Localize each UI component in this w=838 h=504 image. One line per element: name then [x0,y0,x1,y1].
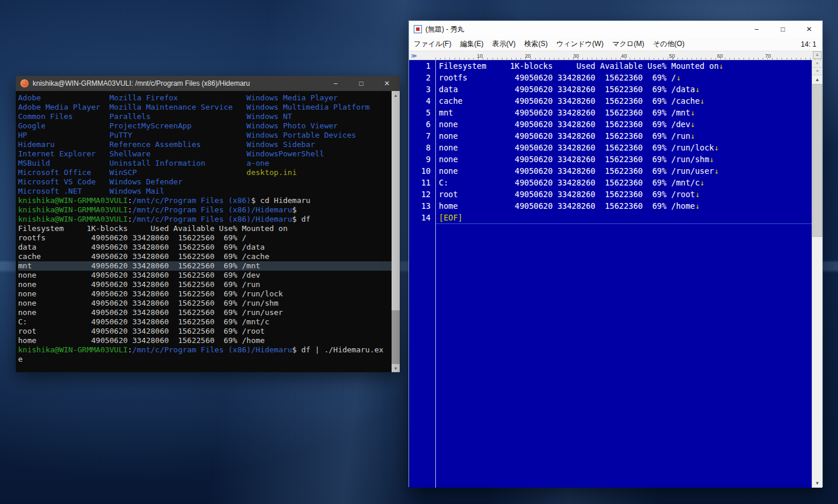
scroll-up-icon[interactable]: ▲ [812,75,822,84]
terminal-titlebar[interactable]: knishika@WIN-GRMMA03VULI: /mnt/c/Program… [16,76,400,91]
ruler: ≫ 10203040506070 ≡ [409,51,822,60]
terminal-scrollbar[interactable]: ▲ ▼ [392,91,400,372]
editor-line: 10none 49050620 33428260 15622360 69% /r… [409,165,812,177]
ruler-number: 60 [675,52,723,60]
menu-item-search[interactable]: 検索(S) [524,39,547,49]
ruler-number: 10 [435,52,483,60]
terminal-minimize-button[interactable]: – [323,76,348,91]
text-segment: $ [292,205,297,214]
editor-line: 6none 49050620 33428260 15622360 69% /de… [409,118,812,130]
text-segment [233,103,246,111]
text-segment: Internet Explorer [18,149,96,158]
editor-line: 9none 49050620 33428260 15622360 69% /ru… [409,153,812,165]
terminal-line-selected: mnt 49050620 33428060 15622560 69% /mnt [18,261,392,271]
line-text: none 49050620 33428260 15622360 69% /run… [436,142,719,153]
hidemaru-titlebar[interactable]: (無題) - 秀丸 – □ ✕ [409,21,822,37]
terminal-line: Google ProjectMyScreenApp Windows Photo … [18,121,392,131]
text-segment: ↓ [695,85,700,94]
menu-items: ファイル(F)編集(E)表示(V)検索(S)ウィンドウ(W)マクロ(M)その他(… [414,39,685,49]
hidemaru-scrollbar[interactable]: « ≡ ▲ ▼ [812,60,822,488]
editor-line: 13home 49050620 33428260 15622360 69% /h… [409,200,812,212]
text-segment [100,103,110,111]
ruler-number: 40 [579,52,627,60]
terminal-body: Adobe Mozilla Firefox Windows Media Play… [16,91,400,372]
text-segment: data 49050620 33428260 15622360 69% /dat… [439,85,695,94]
menu-item-edit[interactable]: 編集(E) [460,39,483,49]
text-segment: ↓ [690,120,695,129]
hidemaru-menubar: ファイル(F)編集(E)表示(V)検索(S)ウィンドウ(W)マクロ(M)その他(… [409,37,822,51]
text-segment: Windows Mail [110,187,165,195]
hidemaru-scrollbar-track[interactable] [812,84,822,479]
text-segment: none 49050620 33428060 15622560 69% /dev [18,271,260,279]
menu-item-file[interactable]: ファイル(F) [414,39,451,49]
terminal-maximize-button[interactable]: □ [348,76,374,91]
text-segment: C: 49050620 33428060 15622560 69% /mnt/c [18,317,269,326]
hidemaru-minimize-button[interactable]: – [743,21,770,37]
terminal-line: Hidemaru Reference Assemblies Windows Si… [18,140,392,149]
scrollbar-mini-button-bottom[interactable]: ≡ [812,68,822,75]
line-text: root 49050620 33428260 15622360 69% /roo… [436,188,700,200]
text-segment: ↓ [690,108,695,117]
ruler-split-button[interactable]: ≡ [813,51,822,59]
hidemaru-scrollbar-thumb[interactable] [812,84,822,237]
ruler-left-mark: ≫ [409,52,435,60]
text-segment: root 49050620 33428060 15622560 69% /roo… [18,327,265,335]
terminal-scrollbar-track[interactable] [392,99,400,364]
scroll-down-icon[interactable]: ▼ [812,479,822,488]
terminal-line: e [18,355,392,364]
line-number: 4 [409,95,436,107]
text-segment: Adobe Media Player [18,103,100,111]
text-segment [205,159,246,167]
ruler-number: 30 [532,52,579,60]
scrollbar-mini-button-top[interactable]: « [812,60,822,68]
text-segment: desktop.ini [246,168,296,177]
line-number: 6 [409,118,436,130]
line-text: cache 49050620 33428260 15622360 69% /ca… [436,95,704,107]
text-segment: rootfs 49050620 33428260 15622360 69% / [439,73,676,82]
editor-line: 12root 49050620 33428260 15622360 69% /r… [409,188,812,200]
scroll-up-icon[interactable]: ▲ [392,91,400,99]
text-segment: Parallels [110,112,151,121]
terminal-line: Internet Explorer Shellware WindowsPower… [18,149,392,159]
menu-item-others[interactable]: その他(O) [653,39,685,49]
text-segment: data 49050620 33428060 15622560 69% /dat… [18,243,265,251]
terminal-window: knishika@WIN-GRMMA03VULI: /mnt/c/Program… [16,76,400,372]
desktop: knishika@WIN-GRMMA03VULI: /mnt/c/Program… [0,0,838,504]
text-segment: knishika@WIN-GRMMA03VULI [18,196,128,205]
line-number: 9 [409,153,436,165]
terminal-line: Adobe Media Player Mozilla Maintenance S… [18,103,392,112]
line-text: [EOF] [436,212,463,223]
terminal-line: knishika@WIN-GRMMA03VULI:/mnt/c/Program … [18,215,392,224]
text-segment: WinSCP [110,168,137,177]
text-segment: ↓ [695,201,700,211]
editor-line: 14[EOF] [409,212,812,223]
text-segment: ProjectMyScreenApp [110,121,192,130]
terminal-line: HP PuTTY Windows Portable Devices [18,131,392,140]
text-segment: knishika@WIN-GRMMA03VULI [18,205,128,214]
terminal-line: root 49050620 33428060 15622560 69% /roo… [18,327,392,336]
text-segment: /mnt/c/Program Files (x86)/Hidemaru [132,205,292,214]
menu-item-macro[interactable]: マクロ(M) [612,39,644,49]
text-segment: knishika@WIN-GRMMA03VULI [18,215,128,223]
hidemaru-title: (無題) - 秀丸 [425,24,465,34]
editor-area[interactable]: 1Filesystem 1K-blocks Used Available Use… [409,60,812,488]
text-segment: Windows Defender [110,177,183,186]
terminal-scrollbar-thumb[interactable] [392,310,400,364]
line-number: 12 [409,188,436,200]
ruler-number: 70 [724,52,771,60]
text-segment: Hidemaru [18,140,55,149]
eof-separator-line [436,223,812,224]
text-segment: Windows Portable Devices [246,131,356,139]
terminal-close-button[interactable]: ✕ [374,76,400,91]
menu-item-view[interactable]: 表示(V) [492,39,515,49]
terminal-line: C: 49050620 33428060 15622560 69% /mnt/c [18,317,392,327]
text-segment: ↓ [695,190,700,199]
text-segment: Reference Assemblies [110,140,201,149]
hidemaru-maximize-button[interactable]: □ [770,21,796,37]
text-segment: home 49050620 33428060 15622560 69% /hom… [18,336,265,345]
hidemaru-close-button[interactable]: ✕ [796,21,822,37]
menu-item-window[interactable]: ウィンドウ(W) [556,39,603,49]
text-segment: Microsoft .NET [18,187,82,195]
scroll-down-icon[interactable]: ▼ [392,364,400,372]
terminal-output[interactable]: Adobe Mozilla Firefox Windows Media Play… [16,91,392,372]
